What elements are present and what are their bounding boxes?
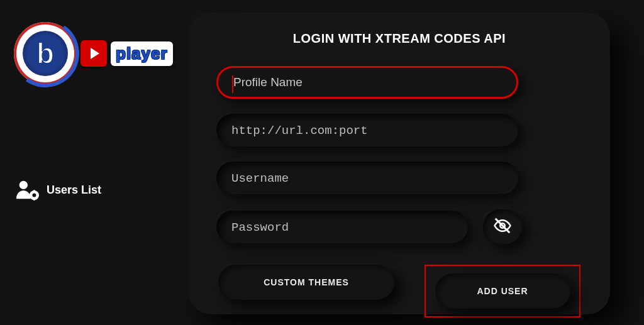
password-input[interactable] [231, 220, 453, 234]
panel-title: LOGIN WITH XTREAM CODES API [216, 31, 582, 46]
svg-rect-3 [33, 190, 35, 192]
users-list-button[interactable]: Users List [14, 179, 179, 201]
profile-name-input[interactable] [233, 75, 501, 89]
text-cursor [232, 75, 233, 93]
svg-rect-4 [33, 198, 35, 201]
button-row: CUSTOM THEMES ADD USER [216, 265, 582, 317]
username-input[interactable] [231, 171, 503, 185]
url-field[interactable] [216, 114, 518, 146]
toggle-password-visibility-button[interactable] [483, 209, 522, 245]
left-column: b player [0, 0, 186, 325]
password-row [216, 209, 582, 245]
svg-point-2 [32, 194, 36, 197]
add-user-button[interactable]: ADD USER [435, 273, 570, 309]
svg-point-0 [19, 181, 28, 189]
eye-off-icon [493, 216, 512, 238]
player-badge: player [111, 41, 173, 66]
password-field[interactable] [216, 211, 468, 243]
add-user-label: ADD USER [477, 286, 528, 296]
play-icon [80, 40, 107, 67]
svg-rect-6 [37, 195, 39, 196]
users-gear-icon [15, 179, 39, 201]
custom-themes-button[interactable]: CUSTOM THEMES [218, 265, 394, 300]
login-panel: LOGIN WITH XTREAM CODES API CUSTOM THEME… [189, 13, 610, 314]
url-input[interactable] [231, 123, 503, 137]
app-logo-row: b player [14, 22, 179, 85]
profile-name-field[interactable] [216, 66, 518, 99]
app-logo-b: b [14, 22, 77, 85]
add-user-highlight: ADD USER [425, 265, 580, 317]
username-field[interactable] [216, 162, 518, 194]
custom-themes-label: CUSTOM THEMES [264, 277, 349, 287]
svg-rect-5 [29, 195, 31, 196]
users-list-label: Users List [47, 184, 101, 197]
player-text: player [116, 44, 168, 63]
